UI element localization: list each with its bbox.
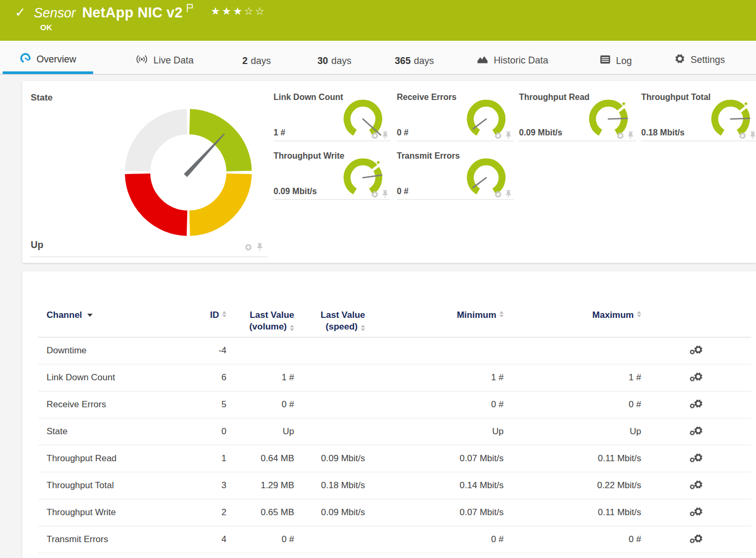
cell-minimum: 0.07 Mbit/s: [365, 453, 504, 464]
cell-maximum: 0.11 Mbit/s: [504, 507, 641, 518]
channel-settings-gear-icon[interactable]: [689, 345, 703, 357]
state-gauge-value: Up: [31, 240, 43, 251]
gear-icon[interactable]: [371, 190, 379, 198]
tab-label: Overview: [37, 54, 76, 65]
cell-minimum: 0.07 Mbit/s: [365, 507, 504, 518]
gauge-card-receive-errors: Receive Errors0 #: [397, 92, 514, 141]
column-sublabel: (speed): [326, 321, 358, 333]
channel-settings-gear-icon[interactable]: [689, 372, 703, 384]
sort-arrows-icon[interactable]: [499, 311, 504, 317]
pin-icon[interactable]: [750, 131, 756, 140]
cell-maximum: 0.22 Mbit/s: [504, 480, 641, 491]
gear-icon[interactable]: [244, 243, 252, 251]
sensor-header: ✓ Sensor NetApp NIC v2 ★★★☆☆ OK: [0, 0, 756, 41]
cell-id: 1: [196, 453, 226, 464]
gear-icon[interactable]: [689, 430, 695, 436]
sort-desc-icon[interactable]: [87, 314, 93, 317]
cell-channel: Link Down Count: [38, 372, 196, 383]
tab-live-data[interactable]: Live Data: [119, 54, 211, 74]
state-gauge: [122, 106, 254, 241]
gear-icon[interactable]: [689, 403, 695, 409]
column-header-max[interactable]: Maximum: [504, 309, 641, 333]
gauge-label: Receive Errors: [397, 93, 457, 102]
column-header-id[interactable]: ID: [196, 309, 226, 333]
channel-settings-gear-icon[interactable]: [689, 399, 703, 411]
cell-maximum: 1 #: [504, 372, 641, 383]
column-label: Last Value: [321, 310, 365, 320]
sort-arrows-icon[interactable]: [637, 311, 641, 317]
pin-icon[interactable]: [382, 190, 388, 198]
cell-id: 5: [196, 399, 226, 410]
cell-channel: Throughput Total: [38, 480, 196, 491]
pin-icon[interactable]: [257, 243, 263, 251]
tab-settings[interactable]: Settings: [658, 53, 742, 74]
column-label: Channel: [47, 309, 82, 321]
main-content: State Up Link Down Count1 #Receive Error…: [0, 81, 756, 558]
gear-icon[interactable]: [689, 349, 695, 355]
pin-icon[interactable]: [505, 131, 512, 140]
column-header-last_volume[interactable]: Last Value(volume): [226, 309, 294, 333]
tab-historic-data[interactable]: Historic Data: [460, 54, 565, 74]
channel-settings-gear-icon[interactable]: [689, 426, 703, 438]
chart-icon: [477, 54, 488, 64]
tab-label: Log: [616, 56, 632, 67]
tab-log[interactable]: Log: [583, 55, 649, 74]
overview-gauges-panel: State Up Link Down Count1 #Receive Error…: [22, 81, 756, 263]
tab-overview[interactable]: Overview: [3, 52, 93, 74]
gear-icon[interactable]: [689, 511, 695, 517]
sort-arrows-icon[interactable]: [361, 325, 365, 331]
gear-icon[interactable]: [494, 190, 502, 198]
tab-number: 30: [317, 56, 328, 67]
column-sublabel: (volume): [249, 321, 287, 333]
channel-settings-gear-icon[interactable]: [689, 453, 703, 465]
gauge-value: 0.18 Mbit/s: [641, 128, 685, 138]
cell-channel: Downtime: [38, 345, 196, 356]
gear-icon[interactable]: [689, 484, 695, 490]
column-header-last_speed[interactable]: Last Value(speed): [294, 309, 365, 333]
priority-stars[interactable]: ★★★☆☆: [211, 5, 266, 17]
flag-icon[interactable]: [186, 4, 194, 15]
gear-icon[interactable]: [616, 132, 624, 140]
pin-icon[interactable]: [505, 190, 512, 198]
column-header-channel[interactable]: Channel: [38, 309, 196, 333]
tab-2-days[interactable]: 2days: [225, 56, 288, 74]
cell-minimum: 0 #: [365, 399, 504, 410]
column-label: Maximum: [593, 309, 634, 321]
state-card-actions: [244, 243, 263, 251]
gauge-label: Link Down Count: [274, 93, 343, 102]
table-row-link-down-count: Link Down Count61 #1 #1 #: [38, 364, 751, 391]
cell-id: 2: [196, 507, 226, 518]
cell-last-volume: 1 #: [226, 372, 294, 383]
gear-icon[interactable]: [689, 376, 695, 382]
sort-arrows-icon[interactable]: [290, 325, 294, 331]
tab-30-days[interactable]: 30days: [300, 56, 368, 74]
gauge-label: Throughput Total: [641, 93, 711, 102]
cell-channel: Throughput Write: [38, 507, 196, 518]
pin-icon[interactable]: [627, 131, 634, 140]
channel-settings-gear-icon[interactable]: [689, 507, 703, 519]
state-gauge-title: State: [31, 93, 53, 103]
sensor-title: NetApp NIC v2: [82, 5, 183, 21]
channel-settings-gear-icon[interactable]: [689, 480, 703, 492]
gear-icon[interactable]: [689, 457, 695, 463]
sort-arrows-icon[interactable]: [222, 311, 226, 317]
gauge-value: 1 #: [274, 128, 285, 138]
tab-label: days: [331, 56, 351, 67]
tab-365-days[interactable]: 365days: [378, 56, 451, 74]
tab-bar: OverviewLive Data2days30days365daysHisto…: [0, 41, 756, 75]
gear-icon[interactable]: [371, 132, 379, 140]
object-kind-label: Sensor: [34, 5, 76, 21]
gauge-card-throughput-write: Throughput Write0.09 Mbit/s: [274, 150, 390, 200]
cell-channel: Throughput Read: [38, 453, 196, 464]
table-row-state: State0UpUpUp: [38, 418, 751, 445]
cell-minimum: 0 #: [365, 534, 504, 545]
column-label: Last Value: [250, 310, 294, 320]
gear-icon[interactable]: [689, 538, 695, 544]
gear-icon[interactable]: [494, 132, 502, 140]
gear-icon[interactable]: [739, 132, 746, 140]
pin-icon[interactable]: [382, 131, 388, 140]
channel-settings-gear-icon[interactable]: [689, 534, 703, 546]
cell-channel: Transmit Errors: [38, 534, 196, 545]
gauge-value: 0.09 Mbit/s: [274, 187, 317, 196]
column-header-min[interactable]: Minimum: [365, 309, 504, 333]
